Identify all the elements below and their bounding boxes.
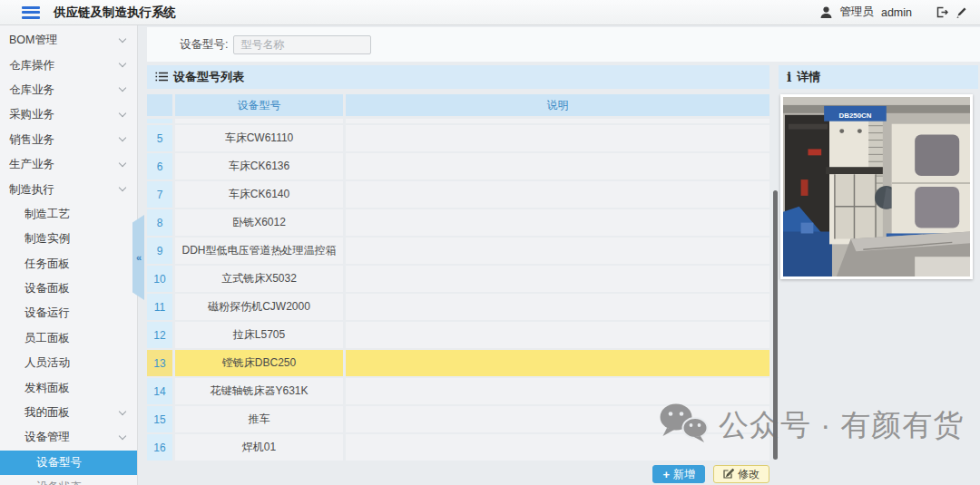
cell-model: 车床CW61110 [175, 125, 343, 151]
cell-model: 车床CK6140 [175, 181, 343, 208]
cell-model: 卧铣X6012 [175, 209, 343, 236]
sidebar-item[interactable]: 仓库操作 [0, 53, 137, 77]
cell-model [175, 119, 343, 123]
device-list-title: 设备型号列表 [173, 69, 244, 85]
sidebar-item[interactable]: 制造实例 [0, 227, 137, 251]
cell-num: 12 [147, 322, 172, 348]
sidebar-item[interactable]: 采购业务 [0, 102, 137, 127]
sidebar-item[interactable]: 设备面板 [0, 276, 137, 301]
sidebar-item[interactable]: 设备管理 [0, 425, 137, 450]
cell-desc [346, 238, 769, 264]
table-row[interactable]: 14花键轴铣床器Y631K [147, 378, 769, 404]
sidebar-item-label: 员工面板 [24, 331, 70, 346]
user-name: admin [881, 6, 912, 19]
edit-square-icon [723, 468, 734, 481]
model-name-input[interactable] [233, 35, 371, 54]
cell-num [147, 119, 172, 123]
sidebar-item-label: 人员活动 [24, 355, 70, 371]
add-button[interactable]: + 新增 [652, 465, 705, 483]
sidebar-item[interactable]: 发料面板 [0, 375, 137, 400]
list-icon [155, 71, 168, 84]
cell-num: 11 [147, 294, 172, 320]
sidebar-item-label: 制造工艺 [24, 207, 70, 222]
sidebar-item-label: 任务面板 [24, 257, 70, 272]
machine-label: DB250CN [839, 112, 872, 120]
cell-model: 推车 [175, 406, 343, 432]
sidebar-item[interactable]: 设备型号 [0, 451, 137, 475]
cell-num: 9 [147, 238, 172, 264]
sidebar-item[interactable]: 人员活动 [0, 351, 137, 375]
table-row[interactable]: 15推车 [147, 406, 769, 432]
cell-desc [346, 322, 769, 348]
sidebar-item-label: 发料面板 [24, 381, 70, 396]
table-row[interactable]: 8卧铣X6012 [147, 209, 769, 236]
cell-num: 13 [147, 350, 172, 376]
pencil-icon[interactable] [956, 6, 967, 18]
detail-header: i 详情 [779, 65, 978, 89]
sidebar-item[interactable]: 制造执行 [0, 177, 137, 201]
cell-desc [346, 434, 769, 461]
cell-desc [346, 266, 769, 292]
sidebar-item-label: 制造执行 [9, 182, 54, 198]
cell-desc [346, 406, 769, 432]
table-row[interactable]: 13镗铣床DBC250 [147, 350, 769, 376]
cell-model: DDH型低电压管道热处理温控箱 [175, 238, 343, 264]
table-row[interactable]: 11磁粉探伤机CJW2000 [147, 294, 769, 320]
cell-num: 8 [147, 209, 172, 236]
table-row[interactable]: 6车床CK6136 [147, 153, 769, 179]
sidebar-item-label: 设备面板 [24, 281, 70, 296]
cell-desc [346, 350, 769, 376]
table-row[interactable]: 10立式铣床X5032 [147, 266, 769, 292]
device-table-body: 5车床CW611106车床CK61367车床CK61408卧铣X60129DDH… [147, 119, 769, 461]
cell-desc [346, 181, 769, 208]
table-row[interactable]: 5车床CW61110 [147, 125, 769, 151]
menu-icon[interactable] [22, 6, 40, 19]
cell-num: 14 [147, 378, 172, 404]
chevron-down-icon [119, 159, 126, 166]
table-row[interactable]: 12拉床L5705 [147, 322, 769, 348]
plus-icon: + [662, 469, 670, 480]
logout-icon[interactable] [936, 6, 948, 18]
sidebar-item[interactable]: 员工面板 [0, 326, 137, 351]
modify-button[interactable]: 修改 [713, 465, 769, 483]
cell-num: 16 [147, 434, 172, 461]
sidebar-menu: BOM管理仓库操作仓库业务采购业务销售业务生产业务制造执行制造工艺制造实例任务面… [0, 25, 138, 485]
table-row[interactable]: 16焊机01 [147, 434, 769, 461]
col-header-description: 说明 [346, 94, 769, 116]
sidebar-item[interactable]: 生产业务 [0, 152, 137, 177]
col-header-index [147, 94, 172, 116]
cell-model: 花键轴铣床器Y631K [175, 378, 343, 404]
cell-model: 镗铣床DBC250 [175, 350, 343, 376]
detail-title: 详情 [797, 69, 820, 85]
sidebar-item-label: 我的面板 [24, 405, 70, 421]
sidebar-item-label: 设备管理 [24, 430, 70, 445]
app-header: 供应链及制造执行系统 管理员 admin [0, 0, 980, 25]
info-icon: i [787, 71, 791, 83]
app-title: 供应链及制造执行系统 [54, 5, 176, 21]
sidebar-item[interactable]: 设备状态 [0, 475, 137, 485]
vertical-scrollbar-thumb[interactable] [773, 190, 778, 460]
table-row[interactable]: 7车床CK6140 [147, 181, 769, 208]
sidebar-item[interactable]: 销售业务 [0, 128, 137, 152]
col-header-model: 设备型号 [175, 94, 343, 116]
sidebar-item[interactable]: 仓库业务 [0, 78, 137, 102]
chevron-down-icon [119, 110, 126, 117]
sidebar-item[interactable]: 任务面板 [0, 252, 137, 276]
sidebar-item[interactable]: 设备运行 [0, 301, 137, 325]
cell-model: 拉床L5705 [175, 322, 343, 348]
table-row[interactable] [147, 119, 769, 123]
table-row[interactable]: 9DDH型低电压管道热处理温控箱 [147, 238, 769, 264]
chevron-down-icon [119, 407, 126, 414]
cell-model: 磁粉探伤机CJW2000 [175, 294, 343, 320]
chevron-down-icon [119, 60, 126, 67]
sidebar-item[interactable]: BOM管理 [0, 28, 137, 53]
sidebar-item-label: 仓库操作 [9, 58, 54, 73]
sidebar-item[interactable]: 我的面板 [0, 401, 137, 425]
cell-desc [346, 125, 769, 151]
sidebar-item-label: 仓库业务 [9, 82, 54, 98]
header-user-area: 管理员 admin [820, 5, 967, 20]
cell-desc [346, 209, 769, 236]
user-role: 管理员 [839, 5, 874, 20]
sidebar-collapse-handle[interactable]: « [132, 215, 144, 300]
sidebar-item[interactable]: 制造工艺 [0, 202, 137, 227]
